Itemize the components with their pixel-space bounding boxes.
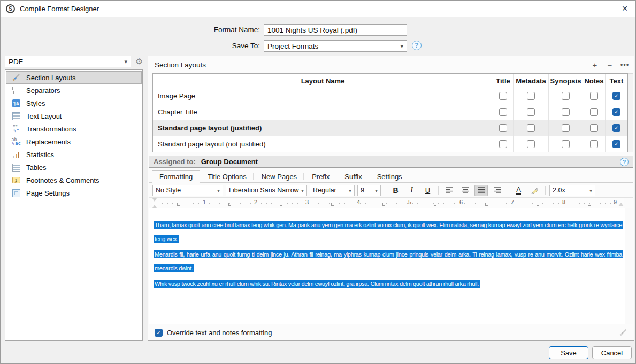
save-to-help-icon[interactable]: ? [412, 41, 422, 50]
highlight-color-icon[interactable] [528, 185, 541, 196]
styles-icon: ¶a [11, 99, 21, 107]
size-value: 9 [361, 187, 364, 194]
formatting-preview-editor[interactable]: Tharn, lamax quolt anu cree brul lamax t… [149, 208, 626, 326]
checkbox-title[interactable] [499, 124, 507, 132]
tab-stop-icon[interactable] [331, 203, 334, 206]
weight-value: Regular [313, 187, 336, 194]
format-paintbrush-icon[interactable] [619, 328, 627, 337]
checkbox-synopsis[interactable] [562, 92, 570, 100]
checkbox-text[interactable]: ✓ [612, 124, 620, 132]
checkbox-text[interactable]: ✓ [612, 108, 620, 116]
chevron-down-icon: ▾ [373, 188, 378, 193]
font-select[interactable]: Liberation Sans Narrow ▾ [226, 185, 307, 196]
tab-settings[interactable]: Settings [370, 170, 410, 182]
sidebar-item-section-layouts[interactable]: Section Layouts [6, 71, 142, 84]
checkbox-metadata[interactable] [527, 124, 535, 132]
table-row[interactable]: Chapter Title ✓ [153, 104, 627, 120]
font-weight-select[interactable]: Regular ▾ [310, 185, 355, 196]
layout-name: Chapter Title [153, 104, 493, 120]
tab-suffix[interactable]: Suffix [337, 170, 369, 182]
save-to-select[interactable]: Project Formats ▾ [264, 40, 407, 52]
align-center-icon[interactable] [458, 185, 472, 196]
window-title: Compile Format Designer [20, 5, 99, 13]
tab-stop-icon[interactable] [588, 203, 591, 206]
sidebar-item-footnotes-comments[interactable]: 1 Footnotes & Comments [6, 174, 142, 187]
checkbox-notes[interactable] [590, 124, 598, 132]
style-value: No Style [156, 187, 181, 194]
cancel-button[interactable]: Cancel [592, 346, 632, 359]
checkbox-text[interactable]: ✓ [612, 140, 620, 148]
checkbox-title[interactable] [499, 140, 507, 148]
chevron-down-icon: ▾ [299, 188, 304, 193]
sidebar-item-statistics[interactable]: Statistics [6, 148, 142, 161]
save-button[interactable]: Save [549, 346, 588, 359]
checkbox-notes[interactable] [590, 92, 598, 100]
indent-marker-icon[interactable] [152, 198, 157, 208]
tab-new-pages[interactable]: New Pages [254, 170, 304, 182]
bold-button[interactable]: B [389, 185, 402, 196]
checkbox-metadata[interactable] [527, 140, 535, 148]
statistics-icon [11, 151, 21, 158]
right-margin-marker-icon[interactable] [618, 200, 624, 206]
panel-title: Section Layouts [155, 61, 206, 69]
tab-title-options[interactable]: Title Options [200, 170, 254, 182]
checkbox-synopsis[interactable] [562, 108, 570, 116]
table-scrollbar[interactable] [628, 73, 633, 152]
tab-formatting[interactable]: Formatting [152, 170, 200, 183]
close-icon[interactable]: ✕ [614, 1, 635, 17]
tab-prefix[interactable]: Prefix [304, 170, 337, 182]
add-layout-button[interactable]: + [589, 59, 601, 70]
align-right-icon[interactable] [491, 185, 504, 196]
style-select[interactable]: No Style ▾ [152, 185, 223, 196]
tab-stop-icon[interactable] [434, 203, 436, 206]
sidebar-item-transformations[interactable]: ❞❞↳❞ Transformations [6, 122, 142, 135]
tab-stop-icon[interactable] [280, 203, 282, 206]
checkbox-synopsis[interactable] [562, 124, 570, 132]
ruler-number: 6 [459, 199, 463, 205]
checkbox-notes[interactable] [590, 140, 598, 148]
sidebar-item-replacements[interactable]: ab↳ac Replacements [6, 135, 142, 148]
tab-stop-icon[interactable] [537, 203, 539, 206]
ruler[interactable]: 1 2 3 4 5 6 7 8 9 [152, 198, 624, 208]
assigned-help-icon[interactable]: ? [620, 158, 629, 166]
remove-layout-button[interactable]: − [604, 59, 616, 70]
checkbox-metadata[interactable] [527, 108, 535, 116]
tab-stop-icon[interactable] [228, 203, 231, 206]
font-size-select[interactable]: 9 ▾ [357, 185, 381, 196]
checkbox-text[interactable]: ✓ [612, 92, 620, 100]
tab-stop-icon[interactable] [382, 203, 385, 206]
italic-button[interactable]: I [405, 185, 418, 196]
checkbox-metadata[interactable] [527, 92, 535, 100]
sidebar-item-page-settings[interactable]: Page Settings [6, 187, 142, 199]
format-type-select[interactable]: PDF ▾ [5, 56, 131, 67]
checkbox-title[interactable] [499, 92, 507, 100]
more-options-button[interactable]: ••• [619, 59, 631, 70]
align-left-icon[interactable] [442, 185, 456, 196]
table-row[interactable]: Standard page layout (not justified) ✓ [153, 136, 627, 152]
line-spacing-select[interactable]: 2.0x ▾ [549, 185, 595, 196]
table-row-selected[interactable]: Standard page layout (justified) ✓ [153, 120, 627, 136]
chevron-down-icon: ▾ [121, 58, 127, 65]
checkbox-notes[interactable] [590, 108, 598, 116]
sidebar-item-styles[interactable]: ¶a Styles [6, 97, 142, 110]
gear-icon[interactable]: ⚙ [136, 57, 143, 66]
ruler-number: 9 [614, 199, 617, 205]
format-name-input[interactable] [264, 24, 407, 36]
tab-stop-icon[interactable] [177, 203, 180, 206]
checkbox-title[interactable] [499, 108, 507, 116]
override-formatting-checkbox[interactable]: ✓ [155, 329, 163, 337]
sidebar-item-text-layout[interactable]: Text Layout [6, 110, 142, 122]
text-color-button[interactable]: A [512, 185, 525, 196]
editor-scrollbar[interactable] [625, 208, 633, 326]
sidebar-item-label: Replacements [26, 138, 71, 146]
checkbox-synopsis[interactable] [562, 140, 570, 148]
sidebar-item-separators[interactable]: Separators [6, 84, 142, 97]
text-layout-icon [11, 112, 21, 120]
tab-stop-icon[interactable] [485, 203, 488, 206]
compile-format-designer-dialog: { "window": { "title": "Compile Format D… [0, 0, 636, 364]
underline-button[interactable]: U [421, 185, 434, 196]
table-row[interactable]: Image Page ✓ [153, 88, 627, 104]
align-justify-icon[interactable] [474, 185, 488, 196]
layouts-table: Layout Name Title Metadata Synopsis Note… [152, 73, 628, 152]
sidebar-item-tables[interactable]: Tables [6, 161, 142, 174]
